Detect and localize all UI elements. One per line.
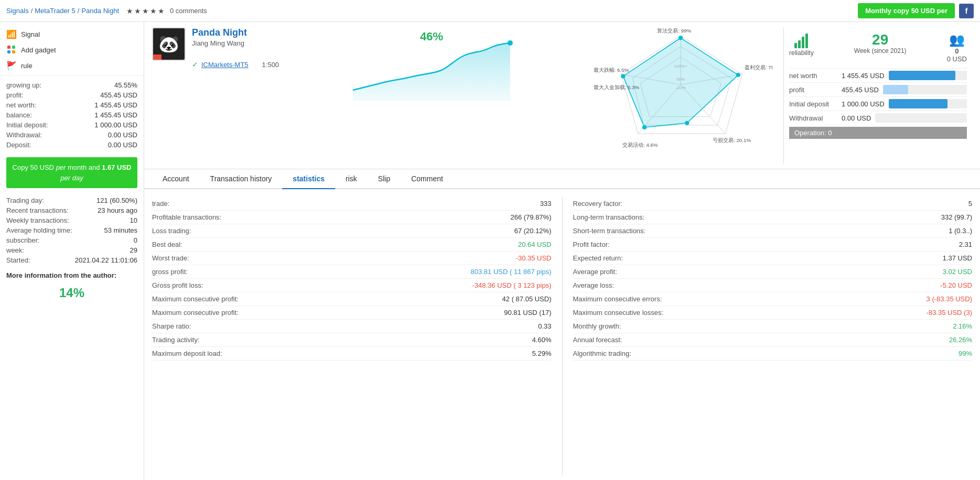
- broker-row: ✓ ICMarkets-MT5 1:500: [192, 60, 279, 69]
- week-block: 29 Week (since 2021): [854, 32, 907, 54]
- signal-icon: 📶: [6, 29, 17, 39]
- broker-name[interactable]: ICMarkets-MT5: [201, 61, 249, 69]
- sidebar-stats: growing up: 45.55% profit: 455.45 USD ne…: [0, 78, 144, 152]
- metric-profit: profit 455.45 USD: [789, 82, 967, 96]
- stat-sharpe: Sharpe ratio: 0.33: [152, 320, 552, 333]
- stat-profit: profit: 455.45 USD: [6, 90, 137, 100]
- sidebar-stats2: Trading day: 121 (60.50%) Recent transac…: [0, 193, 144, 267]
- subscriber-count: 0: [955, 47, 959, 55]
- svg-point-13: [642, 125, 647, 129]
- svg-text:最大跌幅: 6.5%: 最大跌幅: 6.5%: [594, 67, 629, 73]
- stat-week: week: 29: [6, 245, 137, 255]
- stat-long-term: Long-term transactions: 332 (99.7): [573, 211, 973, 224]
- stat-growing-up: growing up: 45.55%: [6, 80, 137, 90]
- stat-recovery: Recovery factor: 5: [573, 197, 973, 211]
- svg-text:最大入金加载: 5.3%: 最大入金加载: 5.3%: [594, 84, 640, 90]
- tab-risk[interactable]: risk: [335, 169, 368, 189]
- breadcrumb: Signals / MetaTrader 5 / Panda Night ★ ★…: [6, 7, 207, 15]
- star-rating[interactable]: ★ ★ ★ ★ ★: [126, 7, 165, 15]
- facebook-icon[interactable]: f: [959, 4, 974, 18]
- sidebar-item-rule[interactable]: 🚩 rule: [0, 58, 144, 73]
- sidebar-label-rule: rule: [21, 62, 33, 70]
- profile-info: Panda Night Jiang Ming Wang ✓ ICMarkets-…: [192, 27, 279, 69]
- stat-worst-trade: Worst trade: -30.35 USD: [152, 252, 552, 265]
- stat-monthly-growth: Monthly growth: 2.16%: [573, 320, 973, 333]
- top-bar: Signals / MetaTrader 5 / Panda Night ★ ★…: [0, 0, 980, 22]
- sidebar-label-signal: Signal: [21, 30, 40, 38]
- tab-account[interactable]: Account: [152, 169, 200, 189]
- reliability-row: reliability 29 Week (since 2021) 👥 0 0 U…: [789, 32, 967, 63]
- flag-icon: 🚩: [6, 60, 17, 71]
- reliability-block: reliability: [789, 32, 814, 57]
- stat-gross-loss: Gross profit loss: -348.36 USD ( 3 123 p…: [152, 279, 552, 292]
- stat-withdrawal: Withdrawal: 0.00 USD: [6, 130, 137, 140]
- stat-net-worth: net worth: 1 455.45 USD: [6, 100, 137, 110]
- flag-indicator: [153, 54, 161, 60]
- stat-loss-trading: Loss trading: 67 (20.12%): [152, 224, 552, 238]
- svg-point-14: [621, 74, 625, 78]
- breadcrumb-panda[interactable]: Panda Night: [81, 7, 119, 15]
- tab-slip[interactable]: Slip: [368, 169, 401, 189]
- stat-subscriber: subscriber: 0: [6, 235, 137, 245]
- sidebar-item-signal[interactable]: 📶 Signal: [0, 26, 144, 42]
- svg-text:算法交易: 99%: 算法交易: 99%: [657, 28, 691, 34]
- comments-count: 0 comments: [170, 7, 207, 15]
- profit-bar: [883, 85, 908, 94]
- breadcrumb-signals[interactable]: Signals: [6, 7, 29, 15]
- svg-point-11: [736, 73, 740, 77]
- stat-profit-factor: Profit factor: 2.31: [573, 238, 973, 252]
- tab-transaction-history[interactable]: Transaction history: [200, 169, 283, 189]
- copy-button[interactable]: Monthly copy 50 USD per: [858, 3, 955, 18]
- broker-status-icon: ✓: [192, 60, 198, 69]
- stat-short-term: Short-term transactions: 1 (0.3..): [573, 224, 973, 238]
- reliability-label: reliability: [789, 49, 814, 57]
- stat-avg-profit: Average profit: 3.02 USD: [573, 265, 973, 279]
- tab-comment[interactable]: Comment: [401, 169, 454, 189]
- copy-box[interactable]: Copy 50 USD per month and 1.67 USDper da…: [6, 157, 137, 188]
- stats-right-col: Recovery factor: 5 Long-term transaction…: [573, 197, 973, 475]
- svg-text:亏损交易: 20.1%: 亏损交易: 20.1%: [713, 137, 751, 143]
- sidebar-label-gadget: Add gadget: [21, 46, 56, 54]
- metric-net-worth: net worth 1 455.45 USD: [789, 68, 967, 82]
- tab-statistics[interactable]: statistics: [282, 169, 335, 189]
- top-bar-actions: Monthly copy 50 USD per f: [858, 3, 974, 18]
- sidebar: 📶 Signal Add gadget 🚩 rule growing up: 4…: [0, 22, 144, 480]
- subscriber-usd: 0 USD: [947, 55, 967, 63]
- right-panel: reliability 29 Week (since 2021) 👥 0 0 U…: [783, 27, 972, 163]
- stats-divider: [562, 197, 563, 475]
- sidebar-item-gadget[interactable]: Add gadget: [0, 42, 144, 58]
- stat-started: Started: 2021.04.22 11:01:06: [6, 255, 137, 265]
- stat-profitable: Profitable transactions: 266 (79.87%): [152, 211, 552, 224]
- metric-initial-deposit: Initial deposit 1 000.00 USD: [789, 96, 967, 111]
- stat-initial-deposit: Initial deposit: 1 000.00 USD: [6, 120, 137, 130]
- stat-avg-holding: Average holding time: 53 minutes: [6, 225, 137, 235]
- stat-deposit: Deposit: 0.00 USD: [6, 140, 137, 150]
- radar-area: 算法交易: 99% 盈利交易: 79.9% 亏损交易: 20.1% 交易活动: …: [584, 27, 773, 163]
- more-info-value: 14%: [0, 283, 144, 302]
- stat-max-deposit-load: Maximum deposit load: 5.29%: [152, 347, 552, 361]
- svg-text:100%+: 100%+: [674, 64, 687, 69]
- leverage: 1:500: [262, 61, 279, 69]
- breadcrumb-mt5[interactable]: MetaTrader 5: [35, 7, 76, 15]
- stat-gross-profit: gross profit: 803.81 USD ( 11 867 pips): [152, 265, 552, 279]
- svg-point-10: [679, 36, 683, 40]
- week-label: Week (since 2021): [854, 47, 907, 54]
- stat-balance: balance: 1 455.45 USD: [6, 110, 137, 120]
- sidebar-divider: [0, 75, 144, 76]
- stat-annual-forecast: Annual forecast: 26.26%: [573, 333, 973, 347]
- stat-trade: trade: 333: [152, 197, 552, 211]
- svg-text:50%: 50%: [676, 77, 685, 82]
- stat-max-consec-errors: Maximum consecutive errors: 3 (-83.35 US…: [573, 292, 973, 306]
- subscriber-icon: 👥: [947, 32, 967, 47]
- stat-trading-day: Trading day: 121 (60.50%): [6, 195, 137, 205]
- stat-algorithmic-trading: Algorithmic trading: 99%: [573, 347, 973, 361]
- stat-recent-transactions: Recent transactions: 23 hours ago: [6, 205, 137, 215]
- stat-expected-return: Expected return: 1.37 USD: [573, 252, 973, 265]
- svg-text:盈利交易: 79.9%: 盈利交易: 79.9%: [745, 64, 773, 70]
- stat-best-deal: Best deal: 20.64 USD: [152, 238, 552, 252]
- operation-row: Operation: 0: [789, 127, 967, 139]
- content-area: 🐼 Panda Night Jiang Ming Wang ✓ ICMarket…: [144, 22, 980, 480]
- profile-left: 🐼 Panda Night Jiang Ming Wang ✓ ICMarket…: [152, 27, 279, 163]
- main-container: 📶 Signal Add gadget 🚩 rule growing up: 4…: [0, 22, 980, 480]
- chart-percent: 46%: [420, 30, 443, 43]
